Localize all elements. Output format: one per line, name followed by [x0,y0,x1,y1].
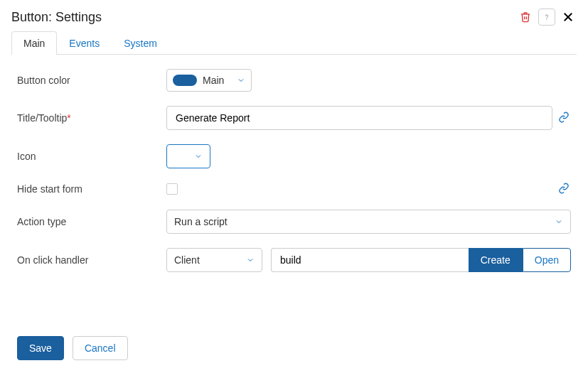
handler-name-input[interactable] [271,248,469,272]
footer-actions: Save Cancel [17,336,128,360]
handler-scope-value: Client [174,254,200,266]
header-actions [517,9,577,26]
open-button[interactable]: Open [523,248,571,272]
chevron-down-icon [194,152,203,161]
on-click-label: On click handler [17,254,166,266]
action-type-value: Run a script [174,216,228,227]
hide-start-label: Hide start form [17,183,166,195]
action-type-select[interactable]: Run a script [166,210,571,234]
icon-picker[interactable] [166,144,210,168]
tab-system[interactable]: System [112,31,169,55]
tab-events[interactable]: Events [57,31,112,55]
tab-main[interactable]: Main [11,31,57,55]
close-button[interactable] [560,9,577,26]
action-type-label: Action type [17,216,166,227]
title-tooltip-label: Title/Tooltip* [17,112,166,124]
svg-point-0 [547,19,547,20]
save-button[interactable]: Save [17,336,64,360]
chevron-down-icon [237,76,245,85]
chevron-down-icon [555,217,563,226]
close-icon [562,11,574,23]
help-button[interactable] [538,9,555,26]
handler-scope-select[interactable]: Client [166,248,262,272]
page-title: Button: Settings [11,10,102,25]
link-icon[interactable] [558,183,571,195]
hide-start-checkbox[interactable] [166,183,178,195]
tab-bar: Main Events System [11,31,577,55]
create-button[interactable]: Create [469,248,523,272]
cancel-button[interactable]: Cancel [73,336,128,360]
button-color-select[interactable]: Main [166,69,252,92]
link-icon[interactable] [558,112,571,124]
color-swatch-icon [173,75,197,86]
title-tooltip-input[interactable] [166,106,552,130]
chevron-down-icon [246,256,255,264]
button-color-label: Button color [17,75,166,86]
icon-label: Icon [17,151,166,162]
required-marker: * [67,112,70,124]
trash-icon [520,11,531,23]
form-main: Button color Main Title/Tooltip* [11,69,577,272]
delete-button[interactable] [517,9,534,26]
help-icon [542,13,551,21]
button-color-value: Main [203,75,224,86]
